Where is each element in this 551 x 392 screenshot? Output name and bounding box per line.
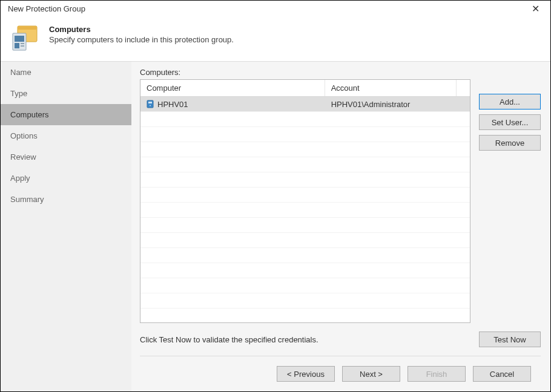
cell-computer: HPHV01 <box>157 100 188 109</box>
computers-table: Computer Account HPHV01 <box>140 79 470 323</box>
credentials-hint: Click Test Now to validate the specified… <box>140 335 470 344</box>
step-options[interactable]: Options <box>1 125 131 146</box>
svg-rect-7 <box>147 100 153 108</box>
main-panel: Computers: Computer Account <box>131 62 550 391</box>
table-header: Computer Account <box>140 80 470 97</box>
add-button[interactable]: Add... <box>479 94 541 109</box>
remove-button[interactable]: Remove <box>479 135 541 151</box>
wizard-header: Computers Specify computers to include i… <box>1 16 550 61</box>
svg-rect-5 <box>21 43 24 44</box>
table-body[interactable]: HPHV01 HPHV01\Administrator <box>140 97 470 322</box>
window-title: New Protection Group <box>8 4 526 13</box>
column-computer[interactable]: Computer <box>140 80 325 96</box>
svg-rect-6 <box>21 45 24 47</box>
cell-account: HPHV01\Administrator <box>331 100 411 109</box>
svg-point-9 <box>150 105 151 106</box>
finish-button: Finish <box>407 366 466 382</box>
svg-rect-3 <box>15 36 24 42</box>
previous-button[interactable]: < Previous <box>277 366 335 382</box>
next-button[interactable]: Next > <box>342 366 400 382</box>
svg-rect-8 <box>148 102 152 103</box>
cancel-button[interactable]: Cancel <box>473 366 531 382</box>
step-computers[interactable]: Computers <box>1 104 131 125</box>
test-now-button[interactable]: Test Now <box>479 332 541 347</box>
computers-label: Computers: <box>140 68 541 77</box>
svg-rect-4 <box>15 43 19 48</box>
step-review[interactable]: Review <box>1 146 131 168</box>
column-account[interactable]: Account <box>325 80 457 96</box>
wizard-steps: Name Type Computers Options Review Apply… <box>1 62 131 391</box>
page-heading: Computers <box>49 25 234 34</box>
svg-rect-1 <box>18 26 37 30</box>
step-type[interactable]: Type <box>1 83 131 104</box>
step-name[interactable]: Name <box>1 62 131 83</box>
wizard-footer: < Previous Next > Finish Cancel <box>140 356 541 391</box>
table-actions: Add... Set User... Remove <box>479 79 541 323</box>
table-row[interactable]: HPHV01 HPHV01\Administrator <box>140 97 470 111</box>
column-spacer <box>457 80 470 96</box>
computer-icon <box>147 100 154 108</box>
computers-icon <box>12 24 41 53</box>
step-apply[interactable]: Apply <box>1 168 131 189</box>
set-user-button[interactable]: Set User... <box>479 114 541 130</box>
close-button[interactable]: ✕ <box>526 2 546 16</box>
step-summary[interactable]: Summary <box>1 189 131 210</box>
page-subtitle: Specify computers to include in this pro… <box>49 35 234 44</box>
title-bar: New Protection Group ✕ <box>1 1 550 16</box>
